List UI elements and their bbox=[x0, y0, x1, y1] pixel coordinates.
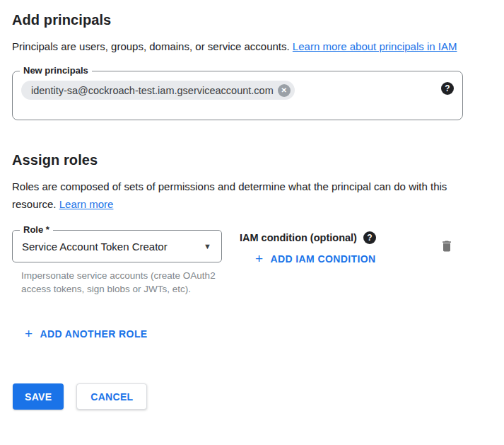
role-binding-row: Role * Service Account Token Creator ▼ I… bbox=[12, 230, 492, 296]
principals-description-text: Principals are users, groups, domains, o… bbox=[12, 40, 290, 52]
new-principals-label: New principals bbox=[20, 65, 92, 76]
role-selected-value: Service Account Token Creator bbox=[22, 241, 168, 253]
new-principals-input[interactable]: New principals identity-sa@cockroach-tes… bbox=[12, 71, 463, 120]
role-column: Role * Service Account Token Creator ▼ I… bbox=[12, 230, 222, 296]
principal-chip[interactable]: identity-sa@cockroach-test.iam.gservicea… bbox=[21, 81, 295, 100]
principals-description: Principals are users, groups, domains, o… bbox=[12, 37, 457, 55]
delete-role-button[interactable] bbox=[438, 237, 455, 258]
plus-icon: + bbox=[25, 329, 33, 339]
role-select[interactable]: Role * Service Account Token Creator ▼ bbox=[12, 230, 222, 262]
add-iam-condition-button[interactable]: + ADD IAM CONDITION bbox=[250, 249, 382, 269]
iam-condition-label: IAM condition (optional) bbox=[240, 232, 357, 243]
save-button[interactable]: SAVE bbox=[13, 383, 64, 410]
iam-condition-help-icon[interactable]: ? bbox=[363, 231, 376, 244]
assign-roles-title: Assign roles bbox=[12, 151, 492, 168]
iam-condition-column: IAM condition (optional) ? + ADD IAM CON… bbox=[240, 230, 382, 269]
add-another-role-label: ADD ANOTHER ROLE bbox=[40, 328, 148, 340]
role-label: Role * bbox=[20, 224, 53, 235]
trash-icon bbox=[440, 245, 454, 256]
iam-condition-header: IAM condition (optional) ? bbox=[240, 231, 382, 244]
chevron-down-icon: ▼ bbox=[204, 242, 211, 250]
add-principals-panel: Add principals Principals are users, gro… bbox=[0, 0, 504, 410]
learn-more-roles-link[interactable]: Learn more bbox=[59, 198, 114, 210]
cancel-button[interactable]: CANCEL bbox=[76, 383, 147, 410]
page-title: Add principals bbox=[12, 11, 492, 28]
add-iam-condition-label: ADD IAM CONDITION bbox=[271, 253, 376, 265]
dialog-actions: SAVE CANCEL bbox=[12, 383, 492, 410]
assign-roles-description: Roles are composed of sets of permission… bbox=[12, 178, 457, 213]
plus-icon: + bbox=[255, 254, 264, 264]
learn-more-principals-link[interactable]: Learn more about principals in IAM bbox=[293, 40, 457, 52]
principals-help-icon[interactable]: ? bbox=[441, 82, 454, 95]
principal-chip-value: identity-sa@cockroach-test.iam.gservicea… bbox=[31, 85, 274, 96]
role-helper-text: Impersonate service accounts (create OAu… bbox=[12, 269, 217, 296]
add-another-role-button[interactable]: + ADD ANOTHER ROLE bbox=[19, 324, 153, 344]
chip-remove-icon[interactable]: ✕ bbox=[278, 84, 291, 97]
